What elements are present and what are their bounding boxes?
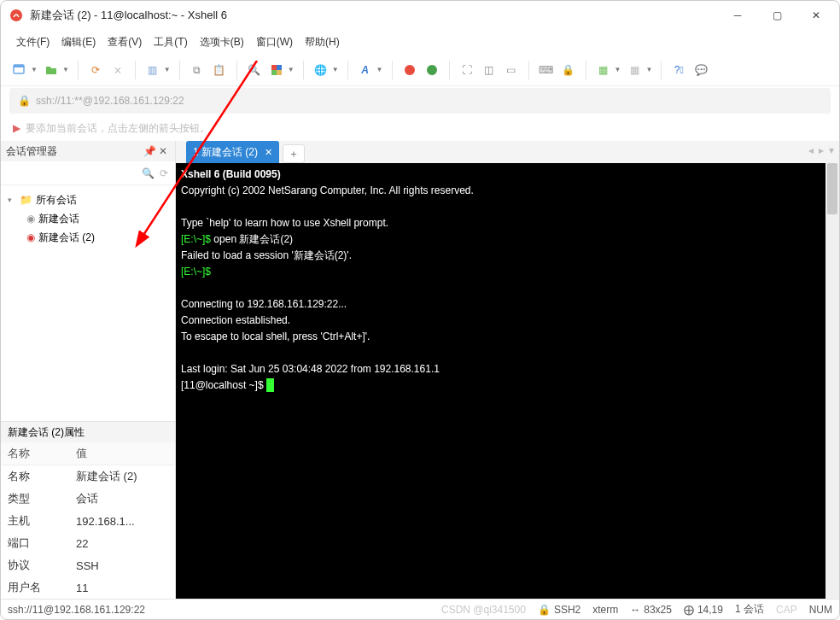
menu-help[interactable]: 帮助(H)	[305, 35, 340, 50]
status-proto: SSH2	[554, 604, 580, 616]
tree-item-0-label: 新建会话	[38, 212, 79, 226]
tab-next-icon[interactable]: ▸	[819, 144, 824, 156]
maximize-button[interactable]: ▢	[757, 3, 796, 28]
font-icon[interactable]: A	[357, 61, 374, 79]
tab-prev-icon[interactable]: ◂	[808, 144, 814, 156]
menu-tools[interactable]: 工具(T)	[154, 35, 187, 50]
status-caps: CAP	[776, 604, 797, 616]
collapse-icon[interactable]: ▾	[8, 196, 16, 204]
globe-icon[interactable]: 🌐	[312, 61, 330, 79]
menu-view[interactable]: 查看(V)	[108, 35, 142, 50]
address-bar[interactable]: 🔒 ssh://11:**@192.168.161.129:22	[9, 88, 831, 114]
tab-close-icon[interactable]: ✕	[265, 147, 272, 158]
tile-icon[interactable]: ▦	[626, 61, 643, 79]
tree-root-label: 所有会话	[36, 193, 77, 208]
xshell-icon[interactable]	[401, 61, 418, 79]
prop-row: 类型会话	[1, 488, 175, 510]
svg-rect-4	[277, 65, 282, 70]
find-icon[interactable]: 🔍	[246, 61, 263, 79]
add-app-icon[interactable]: ▦	[595, 61, 612, 79]
new-tab-button[interactable]: ＋	[283, 144, 305, 163]
highlight-icon[interactable]	[268, 61, 285, 79]
status-pos: 14,19	[697, 604, 723, 616]
tab-label: 1 新建会话 (2)	[193, 145, 258, 160]
session-icon: ◉	[26, 213, 35, 225]
status-size: 83x25	[644, 604, 672, 616]
menu-tabs[interactable]: 选项卡(B)	[200, 35, 244, 50]
session-tree: ▾ 📁 所有会话 ◉ 新建会话 ◉ 新建会话 (2)	[1, 185, 175, 421]
svg-rect-3	[271, 65, 277, 70]
col-name: 名称	[1, 442, 69, 465]
close-button[interactable]: ✕	[796, 3, 836, 28]
tree-root[interactable]: ▾ 📁 所有会话	[4, 190, 172, 209]
new-session-icon[interactable]	[11, 61, 28, 79]
panel-close-icon[interactable]: ✕	[156, 145, 170, 157]
session-icon: ◉	[26, 231, 35, 243]
status-bar: ssh://11@192.168.161.129:22 CSDN @qi3415…	[1, 599, 839, 619]
menu-window[interactable]: 窗口(W)	[256, 35, 293, 50]
session-manager-header: 会话管理器 📌 ✕	[1, 141, 175, 161]
hint-text: 要添加当前会话，点击左侧的箭头按钮。	[26, 121, 210, 136]
properties-panel: 新建会话 (2)属性 名称值 名称新建会话 (2) 类型会话 主机192.168…	[1, 421, 175, 599]
svg-point-7	[405, 65, 415, 75]
xftp-icon[interactable]	[423, 61, 440, 79]
svg-rect-2	[14, 65, 24, 67]
disconnect-icon[interactable]: ⨯	[109, 61, 126, 79]
svg-rect-6	[277, 70, 282, 75]
svg-point-8	[427, 65, 437, 75]
window-title: 新建会话 (2) - 11@localhost:~ - Xshell 6	[30, 8, 718, 23]
tree-item-0[interactable]: ◉ 新建会话	[4, 209, 172, 228]
terminal[interactable]: Xshell 6 (Build 0095) Copyright (c) 2002…	[176, 163, 839, 599]
refresh-icon[interactable]: ⟳	[160, 167, 168, 179]
col-value: 值	[69, 442, 175, 465]
status-size-icon: ↔	[630, 604, 640, 616]
hint-bar: ▶ 要添加当前会话，点击左侧的箭头按钮。	[1, 115, 839, 141]
sidebar: 会话管理器 📌 ✕ 🔍 ⟳ ▾ 📁 所有会话 ◉ 新建会话 ◉ 新建会话 (2)	[1, 141, 176, 599]
paste-icon[interactable]: 📋	[211, 61, 228, 79]
terminal-scrollbar[interactable]	[825, 163, 839, 599]
transparent-icon[interactable]: ◫	[481, 61, 498, 79]
lock-icon[interactable]: 🔒	[560, 61, 577, 79]
prop-row: 端口22	[1, 532, 175, 554]
prop-row: 主机192.168.1...	[1, 510, 175, 532]
pin-icon[interactable]: 📌	[143, 145, 156, 157]
folder-icon: 📁	[20, 194, 32, 206]
session-search[interactable]: 🔍 ⟳	[1, 161, 175, 185]
tab-menu-icon[interactable]: ▾	[829, 144, 834, 156]
properties-title: 新建会话 (2)属性	[8, 425, 85, 440]
ontop-icon[interactable]: ▭	[503, 61, 520, 79]
properties-icon[interactable]: ▥	[144, 61, 161, 79]
properties-table: 名称值 名称新建会话 (2) 类型会话 主机192.168.1... 端口22 …	[1, 442, 175, 599]
app-logo-icon	[9, 9, 23, 22]
help-icon[interactable]: ?⃝	[670, 61, 687, 79]
tree-item-1[interactable]: ◉ 新建会话 (2)	[4, 228, 172, 247]
flag-icon: ▶	[13, 122, 20, 134]
copy-icon[interactable]: ⧉	[189, 61, 206, 79]
open-icon[interactable]	[43, 61, 60, 79]
fullscreen-icon[interactable]: ⛶	[458, 61, 475, 79]
address-text: ssh://11:**@192.168.161.129:22	[36, 95, 184, 107]
reconnect-icon[interactable]: ⟳	[87, 61, 104, 79]
search-icon: 🔍	[142, 167, 155, 179]
tree-item-1-label: 新建会话 (2)	[38, 231, 95, 245]
chat-icon[interactable]: 💬	[692, 61, 709, 79]
status-term: xterm	[592, 604, 618, 616]
toolbar: ▼ ▼ ⟳ ⨯ ▥▼ ⧉ 📋 🔍 ▼ 🌐▼ A▼ ⛶ ◫ ▭ ⌨ 🔒 ▦▼ ▦▼…	[1, 54, 839, 86]
status-num: NUM	[809, 604, 832, 616]
keymap-icon[interactable]: ⌨	[538, 61, 555, 79]
menu-file[interactable]: 文件(F)	[16, 35, 50, 50]
minimize-button[interactable]: ─	[718, 3, 757, 28]
status-pos-icon: ⨁	[684, 604, 694, 616]
menubar: 文件(F) 编辑(E) 查看(V) 工具(T) 选项卡(B) 窗口(W) 帮助(…	[1, 30, 839, 54]
tab-active[interactable]: 1 新建会话 (2) ✕	[186, 141, 279, 163]
cursor	[266, 378, 274, 392]
prop-row: 用户名11	[1, 576, 175, 599]
status-lock-icon: 🔒	[538, 604, 551, 616]
status-connection: ssh://11@192.168.161.129:22	[8, 604, 145, 616]
menu-edit[interactable]: 编辑(E)	[61, 35, 96, 50]
status-sessions: 1 会话	[735, 602, 764, 617]
prop-row: 协议SSH	[1, 554, 175, 576]
titlebar: 新建会话 (2) - 11@localhost:~ - Xshell 6 ─ ▢…	[1, 1, 839, 30]
tab-bar: 1 新建会话 (2) ✕ ＋ ◂ ▸ ▾	[176, 141, 839, 163]
svg-rect-5	[271, 70, 277, 75]
